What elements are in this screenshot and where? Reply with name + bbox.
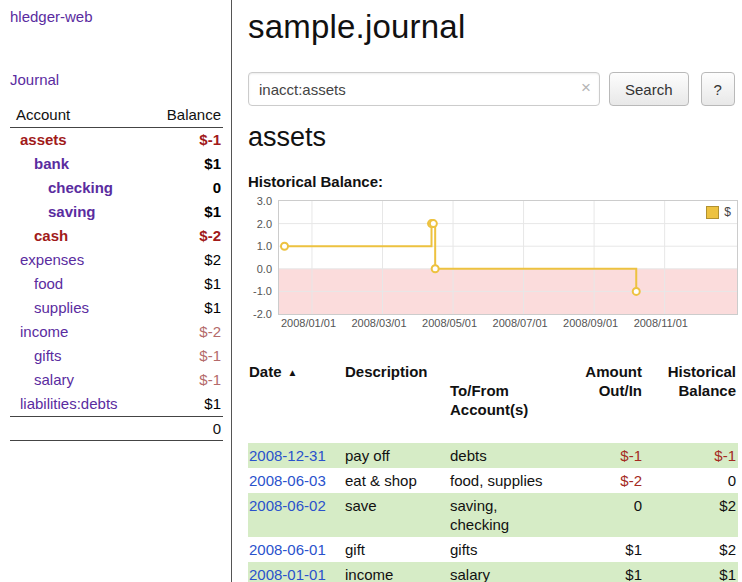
account-balance: $1 (204, 275, 221, 293)
transaction-amount: $-1 (568, 446, 642, 465)
account-row: supplies $1 (10, 296, 223, 320)
page: hledger-web Journal Account Balance asse… (0, 0, 742, 582)
main-content: sample.journal × Search ? assets Histori… (232, 0, 742, 582)
help-button[interactable]: ? (701, 72, 735, 106)
account-balance: $-2 (199, 227, 221, 245)
transaction-balance: $-1 (642, 446, 738, 465)
account-link-income[interactable]: income (12, 323, 68, 341)
account-row: food $1 (10, 272, 223, 296)
account-balance: $1 (204, 299, 221, 317)
account-link-supplies[interactable]: supplies (12, 299, 89, 317)
account-balance: $1 (204, 395, 221, 413)
transaction-date-link[interactable]: 2008-06-01 (249, 541, 326, 558)
accounts-total-row: 0 (10, 416, 223, 441)
page-title: sample.journal (248, 8, 738, 46)
account-link-liabilities-debts[interactable]: liabilities:debts (12, 395, 118, 413)
transaction-account: debts (450, 446, 568, 465)
column-header-balance: HistoricalBalance (642, 362, 738, 438)
account-row: cash $-2 (10, 224, 223, 248)
register-row: 2008-01-01 income salary $1 $1 (248, 562, 738, 582)
sidebar: hledger-web Journal Account Balance asse… (0, 0, 232, 582)
account-link-cash[interactable]: cash (12, 227, 68, 245)
account-link-gifts[interactable]: gifts (12, 347, 62, 365)
legend-swatch (706, 206, 719, 219)
balance-column-header: Balance (167, 106, 221, 123)
register-row: 2008-06-03 eat & shop food, supplies $-2… (248, 468, 738, 493)
y-tick-label: 3.0 (257, 195, 272, 207)
account-row: expenses $2 (10, 248, 223, 272)
y-tick-label: 0.0 (257, 263, 272, 275)
account-row: liabilities:debts $1 (10, 392, 223, 416)
account-link-saving[interactable]: saving (12, 203, 96, 221)
transaction-amount: $1 (568, 540, 642, 559)
data-point-marker (281, 243, 288, 250)
account-balance: 0 (213, 179, 221, 197)
x-tick-label: 2008/01/01 (281, 317, 336, 329)
chart-title: Historical Balance: (248, 173, 738, 190)
y-tick-label: -1.0 (253, 285, 272, 297)
register-header-row: Date▲ Description To/FromAccount(s) Amou… (248, 362, 738, 438)
transaction-account: saving, checking (450, 496, 568, 534)
nav-journal-link[interactable]: Journal (10, 71, 223, 88)
data-point-marker (432, 265, 439, 272)
account-balance: $-1 (199, 347, 221, 365)
x-tick-label: 2008/11/01 (634, 317, 688, 329)
account-link-salary[interactable]: salary (12, 371, 74, 389)
transaction-description: gift (345, 540, 450, 559)
account-balance: $-2 (199, 323, 221, 341)
account-row: salary $-1 (10, 368, 223, 392)
transaction-account: food, supplies (450, 471, 568, 490)
column-header-description: Description (345, 362, 450, 438)
chart-y-axis: 3.02.01.00.0-1.0-2.0 (248, 200, 278, 315)
data-point-marker (633, 288, 640, 295)
register-row: 2008-06-02 save saving, checking 0 $2 (248, 493, 738, 537)
account-link-assets[interactable]: assets (12, 131, 67, 149)
account-row: bank $1 (10, 152, 223, 176)
search-form: × Search ? (248, 72, 738, 106)
historical-balance-chart: 3.02.01.00.0-1.0-2.0 $ 2008/01/012008/03… (248, 200, 738, 332)
transaction-date-link[interactable]: 2008-01-01 (249, 566, 326, 582)
account-row: checking 0 (10, 176, 223, 200)
transaction-account: gifts (450, 540, 568, 559)
column-header-amount: AmountOut/In (568, 362, 642, 438)
y-tick-label: 1.0 (257, 240, 272, 252)
transaction-date-link[interactable]: 2008-12-31 (249, 447, 326, 464)
y-tick-label: -2.0 (253, 308, 272, 320)
search-input[interactable] (248, 72, 600, 106)
accounts-table: Account Balance assets $-1 bank $1 check… (10, 104, 223, 441)
account-row: income $-2 (10, 320, 223, 344)
transaction-balance: $1 (642, 565, 738, 582)
column-header-account: To/FromAccount(s) (450, 362, 568, 438)
transaction-date-link[interactable]: 2008-06-03 (249, 472, 326, 489)
transaction-amount: $-2 (568, 471, 642, 490)
chart-legend: $ (706, 205, 731, 219)
account-balance: $1 (204, 203, 221, 221)
transaction-description: pay off (345, 446, 450, 465)
account-link-food[interactable]: food (12, 275, 63, 293)
account-balance: $2 (204, 251, 221, 269)
legend-label: $ (724, 205, 731, 219)
transaction-date-link[interactable]: 2008-06-02 (249, 497, 326, 514)
transaction-balance: 0 (642, 471, 738, 490)
account-link-checking[interactable]: checking (12, 179, 113, 197)
account-heading: assets (248, 122, 738, 153)
x-tick-label: 2008/07/01 (493, 317, 548, 329)
account-row: saving $1 (10, 200, 223, 224)
transaction-account: salary (450, 565, 568, 582)
account-row: assets $-1 (10, 128, 223, 152)
account-link-expenses[interactable]: expenses (12, 251, 84, 269)
transaction-description: eat & shop (345, 471, 450, 490)
register-row: 2008-12-31 pay off debts $-1 $-1 (248, 443, 738, 468)
transaction-balance: $2 (642, 496, 738, 534)
account-balance: $-1 (199, 131, 221, 149)
clear-search-icon[interactable]: × (581, 78, 591, 98)
account-link-bank[interactable]: bank (12, 155, 69, 173)
search-button[interactable]: Search (609, 72, 689, 106)
column-header-date[interactable]: Date▲ (248, 362, 345, 438)
transaction-amount: $1 (568, 565, 642, 582)
register-table: Date▲ Description To/FromAccount(s) Amou… (248, 362, 738, 582)
accounts-table-header: Account Balance (10, 104, 223, 128)
app-title-link[interactable]: hledger-web (10, 8, 223, 25)
register-row: 2008-06-01 gift gifts $1 $2 (248, 537, 738, 562)
account-balance: $1 (204, 155, 221, 173)
